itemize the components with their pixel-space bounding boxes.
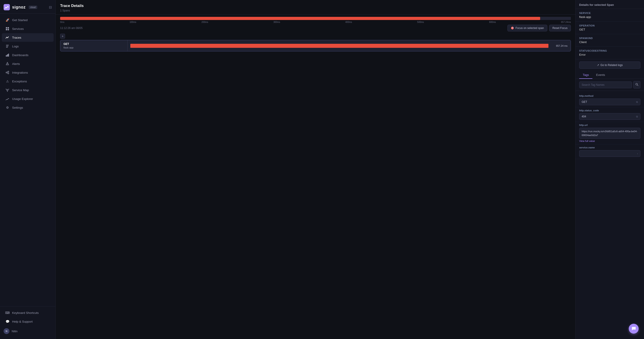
svg-rect-10 [8,54,9,57]
services-icon [6,27,10,31]
sidebar-item-traces[interactable]: Traces [2,33,54,42]
svg-point-20 [8,89,9,90]
span-label: GET flask-app [60,40,128,51]
focus-on-span-button[interactable]: 🎯 Focus on selected span [508,25,547,32]
tab-tags[interactable]: Tags [579,71,592,79]
dashboards-icon [6,53,10,57]
tag-item-http-url: http.url https://run.mocky.io/v3/b851a5c… [576,122,644,144]
timeline-bar-fill [60,17,540,20]
sidebar-item-get-started[interactable]: 🚀 Get Started [2,16,54,24]
operation-label: Operation [579,24,640,27]
svg-point-21 [7,91,8,92]
svg-line-16 [7,72,8,72]
user-profile[interactable]: N Nitin [0,326,56,336]
span-method: GET [64,43,124,46]
sidebar-bottom: ⌨ Keyboard Shortcuts 💬 Help & Support N … [0,306,56,339]
timeline-label-7: 657.24ms [561,21,571,23]
tag-name-http-method: http.method [579,95,640,97]
tag-item-http-method: http.method GET ⧉ [576,93,644,107]
tab-events[interactable]: Events [592,71,608,79]
keyboard-shortcuts-icon: ⌨ [6,311,10,315]
tag-search-container [576,79,644,91]
focus-icon: 🎯 [511,27,514,30]
sidebar-item-alerts[interactable]: Alerts [2,60,54,68]
span-timeline [128,40,551,51]
svg-rect-8 [6,55,7,57]
span-service: flask-app [64,46,124,49]
chat-bubble[interactable] [629,324,638,333]
copy-icon-http-method[interactable]: ⧉ [636,101,638,104]
sidebar-label-dashboards: Dashboards [12,54,28,57]
svg-rect-1 [6,27,7,29]
reset-focus-button[interactable]: Reset Focus [549,25,571,32]
sidebar-toggle-icon[interactable]: ⊟ [49,5,52,10]
usage-explorer-icon [6,97,10,101]
operation-value: GET [579,28,640,31]
svg-rect-0 [4,4,10,10]
view-full-url-link[interactable]: View full value [579,140,640,142]
right-panel: Details for selected Span Service flask-… [575,0,644,339]
tag-name-service-name: service.name [579,146,640,149]
tag-name-http-url: http.url [579,124,640,126]
sidebar-item-help-support[interactable]: 💬 Help & Support [2,317,54,326]
svg-point-25 [636,83,638,85]
tag-value-http-method: GET ⧉ [579,99,640,105]
svg-rect-7 [6,47,8,48]
get-started-icon: 🚀 [6,18,10,22]
sidebar-item-exceptions[interactable]: ⚠ Exceptions [2,77,54,86]
svg-point-19 [6,89,6,90]
logs-icon [6,44,10,48]
tag-search-input[interactable] [579,82,632,88]
sidebar-item-service-map[interactable]: Service Map [2,86,54,94]
panel-tabs: Tags Events [576,71,644,79]
sidebar-label-integrations: Integrations [12,71,28,74]
sidebar-item-integrations[interactable]: Integrations [2,68,54,77]
status-label: StatusCodeString [579,49,640,52]
span-duration: 657.24 ms [556,45,568,47]
traces-icon [6,36,10,40]
tag-value-http-status-code: 404 ⧉ [579,113,640,120]
sidebar-label-logs: Logs [12,45,18,48]
trace-header: Trace Details 1 Spans [56,0,575,15]
logo-badge: cloud [29,6,37,9]
sidebar-label-get-started: Get Started [12,19,28,22]
sidebar-item-keyboard-shortcuts[interactable]: ⌨ Keyboard Shortcuts [2,308,54,317]
sidebar-item-settings[interactable]: ⚙ Settings [2,103,54,112]
help-support-icon: 💬 [6,319,10,323]
go-related-logs-button[interactable]: ↗ Go to Related logs [579,62,640,69]
tag-search-button[interactable] [633,81,640,89]
chat-bubble-icon [631,326,636,331]
svg-rect-3 [6,29,7,30]
copy-icon-service-name[interactable]: › [637,152,638,155]
copy-icon-http-status-code[interactable]: ⧉ [636,115,638,118]
timeline-container: 0ms 100ms 200ms 300ms 400ms 500ms 600ms … [56,15,575,23]
svg-point-14 [8,71,9,72]
svg-line-26 [638,85,638,86]
spankind-value: Client [579,41,640,44]
tag-value-service-name: ​ › [579,150,640,157]
sidebar-item-logs[interactable]: Logs [2,42,54,51]
sidebar-label-settings: Settings [12,106,23,109]
svg-rect-2 [8,27,9,29]
sidebar-label-exceptions: Exceptions [12,80,27,83]
sidebar-item-usage-explorer[interactable]: Usage Explorer [2,95,54,103]
timeline-label-1: 100ms [130,21,136,23]
svg-rect-6 [6,46,8,47]
sidebar-item-services[interactable]: Services [2,25,54,33]
sidebar-label-usage-explorer: Usage Explorer [12,97,33,101]
timeline-bar-bg [60,17,571,20]
logo-text: signoz [12,5,26,10]
span-row[interactable]: GET flask-app 657.24 ms [60,40,571,51]
service-value: flask-app [579,15,640,19]
tag-name-http-status-code: http.status_code [579,109,640,112]
timeline-label-4: 400ms [345,21,352,23]
user-avatar: N [4,328,10,334]
signoz-logo-icon [4,4,10,10]
service-map-icon [6,88,10,92]
span-bar-container [130,44,548,48]
logo-area: signoz cloud ⊟ [0,0,56,14]
span-expand-button[interactable]: + [60,34,65,39]
settings-icon: ⚙ [6,106,10,110]
sidebar-item-dashboards[interactable]: Dashboards [2,51,54,59]
sidebar-label-keyboard-shortcuts: Keyboard Shortcuts [12,311,39,314]
